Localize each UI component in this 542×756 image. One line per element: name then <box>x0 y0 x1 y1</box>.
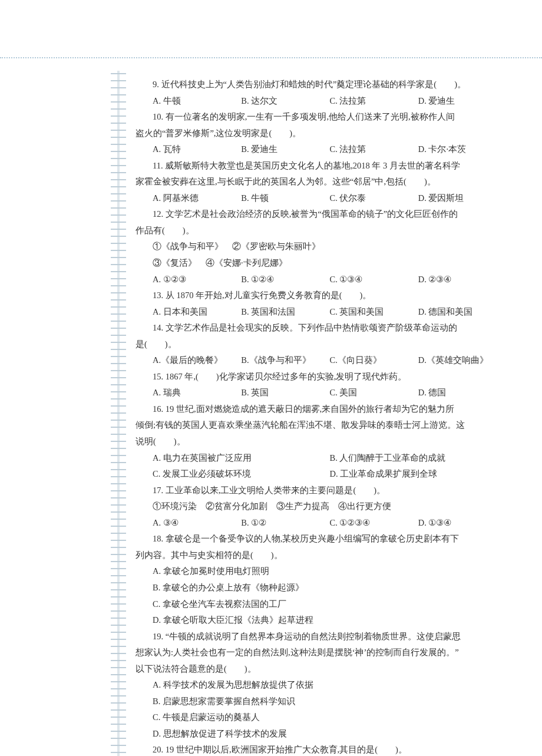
question-13-stem: 13. 从 1870 年开始,对儿童实行免费义务教育的是( )。 <box>136 288 507 304</box>
question-16-options: A. 电力在英国被广泛应用 B. 人们陶醉于工业革命的成就 C. 发展工业必须破… <box>136 450 507 483</box>
question-12-stem-line2: 作品有( )。 <box>136 223 507 239</box>
option-a: A. 瑞典 <box>153 385 241 401</box>
spiral-binding-decoration <box>111 71 126 756</box>
question-16-stem-line1: 16. 19 世纪,面对燃烧造成的遮天蔽日的烟雾,来自国外的旅行者却为它的魅力所 <box>136 401 507 418</box>
question-18-stem-line1: 18. 拿破仑是一个备受争议的人物,某校历史兴趣小组编写的拿破仑历史剧本有下 <box>136 531 507 547</box>
question-19-stem-line1: 19. “牛顿的成就说明了自然界本身运动的自然法则控制着物质世界。这使启蒙思 <box>136 629 507 645</box>
option-d: D. 爱迪生 <box>418 93 507 110</box>
option-d: D. 思想解放促进了科学技术的发展 <box>153 726 507 742</box>
option-b: B.《战争与和平》 <box>241 352 329 369</box>
question-12-options: A. ①②③ B. ①②④ C. ①③④ D. ②③④ <box>136 272 507 288</box>
option-d: D.《英雄交响曲》 <box>418 352 507 369</box>
option-b: B. 牛顿 <box>241 190 329 207</box>
question-14-stem-line2: 是( )。 <box>136 336 507 353</box>
page-root: 9. 近代科技史上为“人类告别油灯和蜡烛的时代”奠定理论基础的科学家是( )。 … <box>0 0 542 756</box>
option-a: A. ①②③ <box>153 272 241 288</box>
question-9-stem: 9. 近代科技史上为“人类告别油灯和蜡烛的时代”奠定理论基础的科学家是( )。 <box>136 77 507 93</box>
question-17-stem: 17. 工业革命以来,工业文明给人类带来的主要问题是( )。 <box>136 483 507 499</box>
question-10-stem-line2: 盗火的“普罗米修斯”,这位发明家是( )。 <box>136 126 507 142</box>
option-c: C. 法拉第 <box>330 93 418 110</box>
question-12-items-line1: ①《战争与和平》 ②《罗密欧与朱丽叶》 <box>136 239 507 255</box>
option-b: B. 人们陶醉于工业革命的成就 <box>330 450 507 467</box>
option-c: C. 美国 <box>330 385 418 401</box>
option-b: B. 爱迪生 <box>241 141 329 158</box>
option-b: B. 达尔文 <box>241 93 329 110</box>
question-18-stem-line2: 列内容。其中与史实相符的是( )。 <box>136 547 507 564</box>
question-19-stem-line2: 想家认为:人类社会也有一定的自然法则,这种法则是摆脱‘神’的控制而自行发展的。” <box>136 645 507 661</box>
question-15-stem: 15. 1867 年,( )化学家诺贝尔经过多年的实验,发明了现代炸药。 <box>136 369 507 385</box>
option-c: C. ①②③④ <box>330 515 418 531</box>
question-11-options: A. 阿基米德 B. 牛顿 C. 伏尔泰 D. 爱因斯坦 <box>136 190 507 207</box>
question-11-stem-line1: 11. 威斯敏斯特大教堂也是英国历史文化名人的墓地,2018 年 3 月去世的著… <box>136 158 507 174</box>
question-12-items-line2: ③《复活》 ④《安娜·卡列尼娜》 <box>136 255 507 272</box>
option-c: C. 伏尔泰 <box>330 190 418 207</box>
question-16-stem-line3: 说明( )。 <box>136 434 507 450</box>
question-11-stem-line2: 家霍金被安葬在这里,与长眠于此的英国名人为邻。这些“邻居”中,包括( )。 <box>136 174 507 190</box>
question-10-options: A. 瓦特 B. 爱迪生 C. 法拉第 D. 卡尔·本茨 <box>136 141 507 158</box>
option-b: B. ①② <box>241 515 329 531</box>
option-d: D. 德国 <box>418 385 507 401</box>
option-b: B. 拿破仑的办公桌上放有《物种起源》 <box>153 580 507 596</box>
option-d: D. 德国和美国 <box>418 304 507 321</box>
option-c: C.《向日葵》 <box>330 352 418 369</box>
header-dotted-rule <box>0 57 542 58</box>
option-a: A. 科学技术的发展为思想解放提供了依据 <box>153 677 507 694</box>
option-d: D. ①③④ <box>418 515 507 531</box>
option-d: D. 工业革命成果扩展到全球 <box>330 466 507 483</box>
option-a: A. 电力在英国被广泛应用 <box>153 450 330 467</box>
option-d: D. 卡尔·本茨 <box>418 141 507 158</box>
question-10-stem-line1: 10. 有一位著名的发明家,一生有一千多项发明,他给人们送来了光明,被称作人间 <box>136 109 507 126</box>
option-a: A. 拿破仑加冕时使用电灯照明 <box>153 563 507 580</box>
question-16-stem-line2: 倾倒;有钱的英国人更喜欢乘坐蒸汽轮船在浑浊不堪、散发异味的泰晤士河上游览。这 <box>136 417 507 434</box>
option-c: C. 牛顿是启蒙运动的奠基人 <box>153 709 507 726</box>
option-b: B. ①②④ <box>241 272 329 288</box>
option-a: A.《最后的晚餐》 <box>153 352 241 369</box>
question-18-options: A. 拿破仑加冕时使用电灯照明 B. 拿破仑的办公桌上放有《物种起源》 C. 拿… <box>136 563 507 628</box>
option-a: A. 牛顿 <box>153 93 241 110</box>
option-a: A. ③④ <box>153 515 241 531</box>
question-17-options: A. ③④ B. ①② C. ①②③④ D. ①③④ <box>136 515 507 531</box>
question-14-options: A.《最后的晚餐》 B.《战争与和平》 C.《向日葵》 D.《英雄交响曲》 <box>136 352 507 369</box>
question-20-stem: 20. 19 世纪中期以后,欧洲国家开始推广大众教育,其目的是( )。 <box>136 742 507 756</box>
question-19-options: A. 科学技术的发展为思想解放提供了依据 B. 启蒙思想家需要掌握自然科学知识 … <box>136 677 507 742</box>
option-c: C. 发展工业必须破坏环境 <box>153 466 330 483</box>
option-a: A. 阿基米德 <box>153 190 241 207</box>
question-9-options: A. 牛顿 B. 达尔文 C. 法拉第 D. 爱迪生 <box>136 93 507 110</box>
option-b: B. 启蒙思想家需要掌握自然科学知识 <box>153 694 507 710</box>
option-b: B. 英国和法国 <box>241 304 329 321</box>
question-14-stem-line1: 14. 文学艺术作品是社会现实的反映。下列作品中热情歌颂资产阶级革命运动的 <box>136 320 507 336</box>
option-c: C. 拿破仑坐汽车去视察法国的工厂 <box>153 596 507 613</box>
question-13-options: A. 日本和美国 B. 英国和法国 C. 英国和美国 D. 德国和美国 <box>136 304 507 321</box>
option-d: D. 爱因斯坦 <box>418 190 507 207</box>
option-b: B. 英国 <box>241 385 329 401</box>
option-d: D. ②③④ <box>418 272 507 288</box>
option-c: C. 英国和美国 <box>330 304 418 321</box>
question-19-stem-line3: 以下说法符合题意的是( )。 <box>136 661 507 678</box>
option-c: C. 法拉第 <box>330 141 418 158</box>
option-c: C. ①③④ <box>330 272 418 288</box>
option-a: A. 日本和美国 <box>153 304 241 321</box>
option-d: D. 拿破仑听取大臣汇报《法典》起草进程 <box>153 612 507 629</box>
question-15-options: A. 瑞典 B. 英国 C. 美国 D. 德国 <box>136 385 507 401</box>
option-a: A. 瓦特 <box>153 141 241 158</box>
question-12-stem-line1: 12. 文学艺术是社会政治经济的反映,被誉为“俄国革命的镜子”的文化巨匠创作的 <box>136 206 507 223</box>
question-17-items: ①环境污染 ②贫富分化加剧 ③生产力提高 ④出行更方便 <box>136 499 507 515</box>
